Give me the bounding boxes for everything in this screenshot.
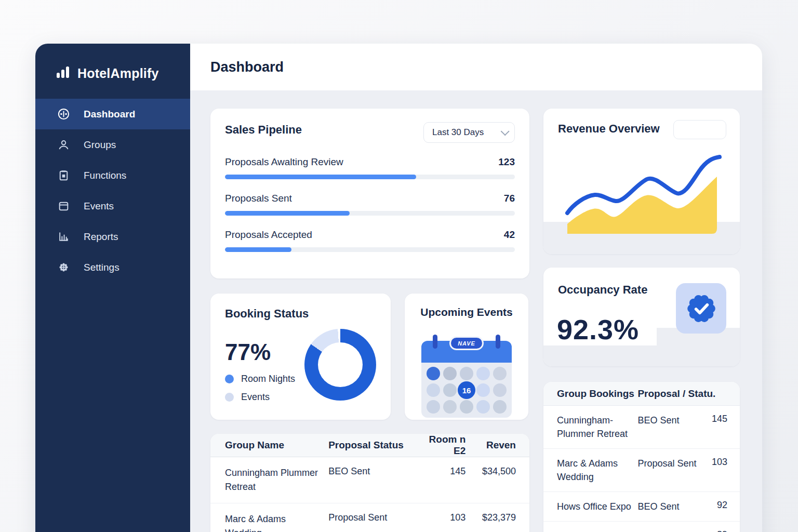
pipeline-item: Proposals Sent76 bbox=[225, 193, 515, 216]
col-group-name: Group Name bbox=[210, 438, 328, 453]
calendar-peg-left bbox=[433, 335, 437, 349]
table-row[interactable]: Marc & Adams WeddingProposal Sent103$23,… bbox=[210, 503, 529, 532]
calendar-highlight-day: 16 bbox=[458, 381, 475, 399]
legend-label: Events bbox=[241, 392, 270, 403]
calendar-header: NAVE bbox=[421, 341, 512, 363]
legend-label: Room Nights bbox=[241, 374, 295, 384]
sidebar-nav: DashboardGroupsFunctionsEventsReportsSet… bbox=[35, 99, 190, 283]
group-bookings-col2: Proposal / Statu. bbox=[637, 388, 715, 400]
user-icon bbox=[57, 138, 70, 151]
main-content: Sales Pipeline Last 30 Days Proposals Aw… bbox=[190, 90, 762, 532]
sidebar-item-label: Functions bbox=[84, 170, 126, 181]
calendar-dot bbox=[476, 383, 490, 397]
calendar-dot bbox=[493, 383, 507, 397]
booking-status: BEO Sent bbox=[637, 414, 702, 441]
cell-group-name: Marc & Adams Wedding bbox=[210, 512, 328, 532]
booking-status-title: Booking Status bbox=[225, 307, 376, 321]
occupancy-rate-value: 92.3% bbox=[557, 313, 639, 345]
occupancy-rate-card: Occupancy Rate 92.3% bbox=[543, 268, 740, 366]
date-range-select[interactable]: Last 30 Days bbox=[423, 122, 515, 143]
calendar-dot bbox=[476, 367, 490, 380]
cell-revenue: $34,500 bbox=[469, 466, 529, 494]
pipeline-progress-fill bbox=[225, 247, 291, 252]
legend-dot-icon bbox=[225, 375, 234, 383]
calendar-graphic: NAVE 16 bbox=[421, 341, 512, 418]
group-booking-row[interactable]: Foster-LaurelBEO Sent89 bbox=[543, 522, 740, 532]
booking-status: BEO Sent bbox=[637, 500, 702, 513]
cell-rooms: 145 bbox=[418, 466, 469, 494]
pipeline-progress-track bbox=[225, 175, 515, 179]
pipeline-progress-fill bbox=[225, 211, 350, 216]
pipeline-progress-track bbox=[225, 211, 515, 216]
col-revenue: Reven bbox=[469, 440, 529, 451]
chevron-down-icon bbox=[501, 127, 510, 136]
upcoming-events-title: Upcoming Events bbox=[405, 306, 528, 318]
calendar-dot bbox=[427, 367, 440, 380]
calendar-dot bbox=[443, 367, 457, 380]
calendar-dot bbox=[460, 400, 473, 414]
pipeline-progress-track bbox=[225, 247, 515, 252]
cell-revenue: $23,379 bbox=[469, 512, 529, 532]
pipeline-list: Proposals Awalting Review123Proposals Se… bbox=[225, 156, 515, 252]
calendar-badge: NAVE bbox=[449, 336, 484, 350]
col-proposal-status: Proposal Status bbox=[328, 440, 418, 451]
occupancy-band-step bbox=[657, 328, 740, 366]
pipeline-value: 76 bbox=[504, 193, 515, 204]
sidebar-item-groups[interactable]: Groups bbox=[35, 129, 190, 160]
booking-donut-chart bbox=[304, 329, 376, 401]
calendar-dot bbox=[460, 367, 473, 380]
topbar: Dashboard bbox=[190, 44, 762, 90]
sidebar-item-reports[interactable]: Reports bbox=[35, 221, 190, 252]
pipeline-item: Proposals Accepted42 bbox=[225, 229, 515, 252]
sidebar-item-label: Dashboard bbox=[84, 109, 135, 120]
sidebar-item-label: Groups bbox=[84, 139, 116, 151]
sidebar-item-label: Settings bbox=[84, 262, 119, 273]
booking-value: 145 bbox=[702, 414, 740, 441]
sales-pipeline-title: Sales Pipeline bbox=[225, 123, 302, 137]
table-row[interactable]: Cunningham Plummer RetreatBEO Sent145$34… bbox=[210, 457, 529, 503]
booking-name: Foster-Laurel bbox=[543, 529, 637, 532]
revenue-area-series bbox=[567, 177, 717, 234]
booking-value: 92 bbox=[702, 500, 740, 513]
cell-proposal-status: BEO Sent bbox=[328, 466, 418, 494]
gauge-icon bbox=[57, 108, 70, 121]
calendar-peg-right bbox=[496, 335, 500, 349]
bookings-table-card: Group Name Proposal Status Room n E2 Rev… bbox=[210, 434, 529, 532]
pipeline-value: 123 bbox=[498, 156, 515, 168]
group-bookings-panel: Group Bookings Proposal / Statu. Cunning… bbox=[543, 382, 740, 532]
sidebar-item-dashboard[interactable]: Dashboard bbox=[35, 99, 190, 129]
booking-name: Cunningham-Plummer Retreat bbox=[543, 414, 637, 441]
revenue-chart bbox=[543, 109, 740, 254]
calendar-body: 16 bbox=[421, 363, 512, 418]
page-title: Dashboard bbox=[210, 59, 284, 75]
revenue-overview-card: Revenue Overview bbox=[543, 109, 740, 254]
group-bookings-header: Group Bookings Proposal / Statu. bbox=[543, 382, 740, 406]
group-booking-row[interactable]: Marc & Adams WeddingProposal Sent103 bbox=[543, 449, 740, 492]
sidebar: HotelAmplify DashboardGroupsFunctionsEve… bbox=[35, 44, 190, 532]
sidebar-item-settings[interactable]: Settings bbox=[35, 252, 190, 283]
booking-value: 89 bbox=[702, 529, 740, 532]
pipeline-item: Proposals Awalting Review123 bbox=[225, 156, 515, 179]
pipeline-label: Proposals Accepted bbox=[225, 229, 312, 241]
sidebar-item-events[interactable]: Events bbox=[35, 191, 190, 221]
bar-chart-icon bbox=[57, 230, 70, 243]
calendar-dot bbox=[443, 383, 457, 397]
sidebar-item-label: Events bbox=[84, 201, 114, 212]
sidebar-item-functions[interactable]: Functions bbox=[35, 160, 190, 191]
group-booking-row[interactable]: Cunningham-Plummer RetreatBEO Sent145 bbox=[543, 406, 740, 449]
sidebar-item-label: Reports bbox=[84, 231, 118, 243]
col-rooms: Room n E2 bbox=[418, 434, 469, 457]
legend-dot-icon bbox=[225, 393, 234, 402]
cell-group-name: Cunningham Plummer Retreat bbox=[210, 466, 328, 494]
calendar-icon bbox=[57, 200, 70, 212]
group-booking-row[interactable]: Hows Office ExpoBEO Sent92 bbox=[543, 492, 740, 522]
booking-status-card: Booking Status 77% Room NightsEvents bbox=[210, 294, 391, 420]
calendar-dot bbox=[427, 400, 440, 414]
cell-rooms: 103 bbox=[418, 512, 469, 532]
settings-icon bbox=[57, 261, 70, 274]
app-name: HotelAmplify bbox=[77, 66, 159, 81]
pipeline-value: 42 bbox=[504, 229, 515, 241]
calendar-dot bbox=[493, 400, 507, 414]
booking-value: 103 bbox=[702, 457, 740, 484]
logo-bars-icon bbox=[55, 64, 71, 82]
